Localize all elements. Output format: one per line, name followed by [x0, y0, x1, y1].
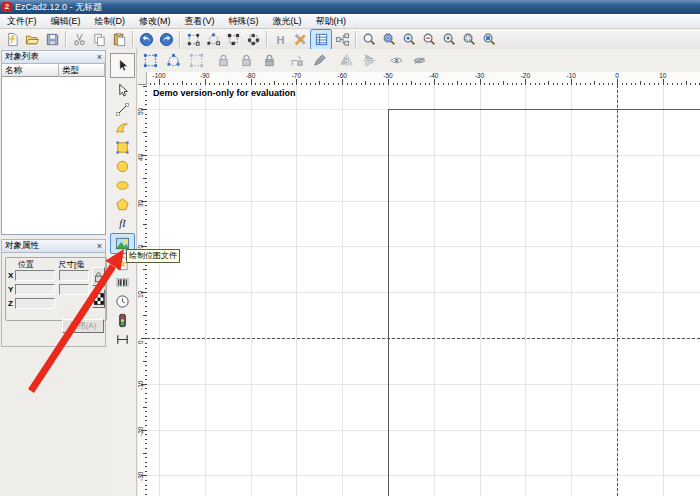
grid-line: [159, 85, 160, 496]
node-edit-tool-button[interactable]: [111, 81, 134, 100]
input-port-tool-button[interactable]: [111, 311, 134, 330]
pos-x-input[interactable]: [15, 270, 55, 281]
select-tool-button[interactable]: [110, 53, 135, 78]
save-icon: [45, 32, 60, 47]
zoom-all-button[interactable]: [479, 30, 499, 49]
port-map-button[interactable]: [332, 30, 352, 49]
toolbar-separator: [62, 31, 69, 47]
node-delete-button[interactable]: [223, 30, 243, 49]
close-icon[interactable]: ×: [97, 242, 102, 251]
curve-icon: [115, 121, 130, 136]
box-select-button[interactable]: [185, 50, 207, 71]
node-merge-button[interactable]: [243, 30, 263, 49]
text-icon: fI: [115, 216, 130, 231]
zoom-object-button[interactable]: [439, 30, 459, 49]
keep-ratio-lock-button[interactable]: [92, 267, 105, 286]
system-params-button[interactable]: [290, 30, 310, 49]
undo-button[interactable]: [136, 30, 156, 49]
zoom_out-icon: [422, 32, 437, 47]
object-list-header: 名称 类型: [1, 64, 106, 77]
save-button[interactable]: [42, 30, 62, 49]
mirror-vertical-button[interactable]: [358, 50, 380, 71]
menu-item-file[interactable]: 文件(F): [0, 15, 44, 28]
menu-item-laser[interactable]: 激光(L): [266, 15, 309, 28]
zoom_sel-icon: [462, 32, 477, 47]
hatch-button[interactable]: H: [270, 30, 290, 49]
ruler-label: 30: [138, 195, 145, 207]
zoom-move-button[interactable]: [359, 30, 379, 49]
node-select-button[interactable]: [162, 50, 184, 71]
zoom-selection-button[interactable]: [459, 30, 479, 49]
ruler-label: -100: [152, 72, 165, 79]
new-button[interactable]: [2, 30, 22, 49]
sel_node-icon: [166, 53, 181, 68]
size-x-input[interactable]: [59, 270, 89, 281]
objlist-icon: [314, 32, 329, 47]
object-list[interactable]: [1, 77, 106, 235]
menu-item-help[interactable]: 帮助(H): [309, 15, 354, 28]
menu-item-view[interactable]: 查看(V): [178, 15, 222, 28]
toolbar-separator: [263, 31, 270, 47]
size-y-input[interactable]: [59, 284, 89, 295]
copy-button[interactable]: [89, 30, 109, 49]
barcode-tool-button[interactable]: [111, 273, 134, 292]
mirror-horizontal-button[interactable]: [335, 50, 357, 71]
line-tool-button[interactable]: [111, 100, 134, 119]
unlock-button[interactable]: [285, 50, 307, 71]
redo-button[interactable]: [156, 30, 176, 49]
menu-item-modify[interactable]: 修改(M): [132, 15, 178, 28]
pos-z-input[interactable]: [15, 298, 55, 309]
column-type[interactable]: 类型: [59, 64, 105, 77]
menu-item-edit[interactable]: 编辑(E): [44, 15, 88, 28]
column-name[interactable]: 名称: [2, 64, 59, 77]
work-area-boundary: [388, 109, 700, 496]
hide-object-button[interactable]: [408, 50, 430, 71]
curve-edit-button[interactable]: [183, 30, 203, 49]
lock-x-button[interactable]: [212, 50, 234, 71]
zoom-out-button[interactable]: [419, 30, 439, 49]
polygon-tool-button[interactable]: [111, 195, 134, 214]
text-tool-button[interactable]: fI: [111, 214, 134, 233]
lock-y-button[interactable]: [235, 50, 257, 71]
array-params-button[interactable]: [92, 289, 105, 308]
menu-item-draw[interactable]: 绘制(D): [88, 15, 133, 28]
show-object-button[interactable]: [385, 50, 407, 71]
node-add-button[interactable]: [203, 30, 223, 49]
new-icon: [5, 32, 20, 47]
cut-button[interactable]: [69, 30, 89, 49]
timer-tool-button[interactable]: [111, 292, 134, 311]
ellipse-tool-button[interactable]: [111, 176, 134, 195]
ruler-label: -10: [566, 72, 575, 79]
rectangle-tool-button[interactable]: [111, 138, 134, 157]
axis-y-label: Y: [8, 285, 13, 294]
object-list-toggle-button[interactable]: [310, 29, 332, 50]
drawing-canvas[interactable]: Demo version-only for evaluation: [147, 85, 700, 496]
ruler-label: -70: [292, 72, 301, 79]
menu-item-special[interactable]: 特殊(S): [222, 15, 266, 28]
close-icon[interactable]: ×: [97, 53, 102, 62]
redo-icon: [159, 32, 174, 47]
ruler-label: 0: [138, 332, 145, 344]
pos-y-input[interactable]: [15, 284, 55, 295]
menu-bar: 文件(F) 编辑(E) 绘制(D) 修改(M) 查看(V) 特殊(S) 激光(L…: [0, 14, 700, 29]
curve-tool-button[interactable]: [111, 119, 134, 138]
svg-text:H: H: [276, 33, 284, 45]
array-grid-icon: [94, 293, 104, 305]
node1-icon: [186, 32, 201, 47]
zoom-window-button[interactable]: [379, 30, 399, 49]
lock-icon: [239, 53, 254, 68]
circle-tool-button[interactable]: [111, 157, 134, 176]
paste-button[interactable]: [109, 30, 129, 49]
open-button[interactable]: [22, 30, 42, 49]
select-all-button[interactable]: [139, 50, 161, 71]
zoom-in-button[interactable]: [399, 30, 419, 49]
lock-all-button[interactable]: [258, 50, 280, 71]
properties-panel: 对象属性 × 位置 尺寸[毫 X Y Z: [1, 239, 106, 347]
fill-button[interactable]: [308, 50, 330, 71]
lock-icon: [94, 271, 103, 283]
ruler-label: -10: [138, 378, 145, 390]
apply-button[interactable]: 应用(A): [62, 319, 104, 333]
output-port-tool-button[interactable]: [111, 330, 134, 349]
hatch-icon: H: [273, 32, 288, 47]
ruler-label: -30: [138, 469, 145, 481]
